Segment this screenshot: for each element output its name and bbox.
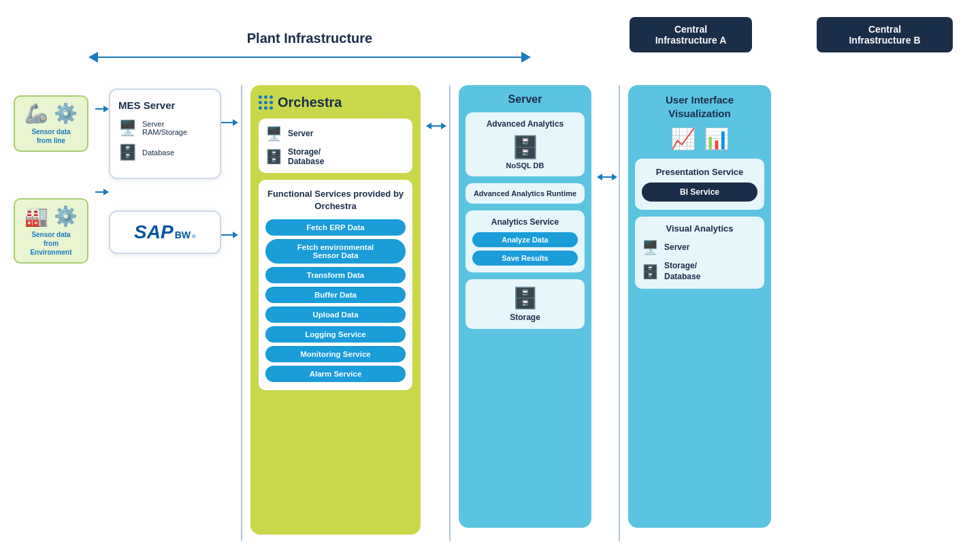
server-ram-icon: 🖥️ <box>118 119 137 137</box>
storage-label: Storage <box>472 313 578 322</box>
advanced-analytics-box: Advanced Analytics 🗄️ NoSQL DB <box>466 112 585 176</box>
btn-fetch-env[interactable]: Fetch environmentalSensor Data <box>265 239 406 264</box>
server-db-icon: 🗄️ <box>118 144 137 161</box>
diagram-container: Plant Infrastructure Central Infrastruct… <box>0 0 980 555</box>
analytics-service-box: Analytics Service Analyze Data Save Resu… <box>466 210 585 272</box>
storage-icon: 🗄️ <box>472 286 578 310</box>
analytics-runtime-label: Advanced Analytics Runtime <box>471 189 579 198</box>
va-server-icon: 🖥️ <box>642 239 659 255</box>
bar-chart-icon: 📊 <box>704 127 729 150</box>
sap-box: SAP BW ® <box>109 210 221 254</box>
storage-box: 🗄️ Storage <box>466 279 585 329</box>
visual-analytics-box: Visual Analytics 🖥️ Server 🗄️ Storage/Da… <box>635 217 764 289</box>
orch-storage-label: Storage/Database <box>288 147 324 166</box>
sensor-env-label: Sensor datafromEnvironment <box>20 230 82 257</box>
sensor-env-box: 🏭 ⚙️ Sensor datafromEnvironment <box>14 198 88 264</box>
sensor-column: 🦾 ⚙️ Sensor datafrom line 🏭 ⚙️ Sensor da… <box>14 85 95 264</box>
orchestra-header: Orchestra <box>259 95 412 110</box>
btn-upload[interactable]: Upload Data <box>265 306 406 323</box>
visual-analytics-title: Visual Analytics <box>642 223 757 234</box>
central-b-header: Central Infrastructure B <box>817 17 953 52</box>
mes-server-ram: 🖥️ ServerRAM/Storage <box>118 119 212 137</box>
functional-services-box: Functional Services provided by Orchestr… <box>259 180 412 390</box>
mes-server-db: 🗄️ Database <box>118 144 212 161</box>
btn-buffer[interactable]: Buffer Data <box>265 287 406 303</box>
mes-sap-column: MES Server 🖥️ ServerRAM/Storage 🗄️ Datab… <box>109 85 221 254</box>
btn-monitoring[interactable]: Monitoring Service <box>265 346 406 362</box>
presentation-service-title: Presentation Service <box>642 167 757 177</box>
btn-analyze[interactable]: Analyze Data <box>472 232 578 247</box>
analytics-service-title: Analytics Service <box>472 217 578 227</box>
btn-fetch-erp[interactable]: Fetch ERP Data <box>265 219 406 236</box>
bi-service-button[interactable]: BI Service <box>642 183 757 202</box>
central-b-title: User Interface Visualization <box>635 93 764 120</box>
btn-save-results[interactable]: Save Results <box>472 251 578 266</box>
nosql-db-icon: 🗄️ <box>512 134 539 160</box>
line-chart-icon: 📈 <box>670 127 696 150</box>
server-db-label: Database <box>142 148 174 157</box>
va-storage-icon: 🗄️ <box>642 264 659 280</box>
va-storage-label: Storage/Database <box>664 261 700 282</box>
sap-logo: SAP BW ® <box>134 221 196 243</box>
central-a-header: Central Infrastructure A <box>630 17 752 52</box>
va-server-label: Server <box>664 242 689 252</box>
orch-server-icon: 🖥️ <box>265 125 282 142</box>
central-a-server-title: Server <box>466 93 585 106</box>
orchestra-section: Orchestra 🖥️ Server 🗄️ Storage/Database … <box>250 85 421 535</box>
plant-infrastructure-label: Plant Infrastructure <box>247 31 372 46</box>
functional-services-title: Functional Services provided by Orchestr… <box>265 188 406 212</box>
btn-logging[interactable]: Logging Service <box>265 326 406 343</box>
header-row: Plant Infrastructure Central Infrastruct… <box>14 14 966 75</box>
orchestra-dot-icon <box>259 95 272 110</box>
orchestra-title: Orchestra <box>278 95 342 110</box>
orchestra-server-box: 🖥️ Server 🗄️ Storage/Database <box>259 118 412 173</box>
vis-icons: 📈 📊 <box>635 127 764 150</box>
btn-alarm[interactable]: Alarm Service <box>265 366 406 382</box>
analytics-runtime-box: Advanced Analytics Runtime <box>466 183 585 204</box>
advanced-analytics-title: Advanced Analytics <box>472 119 578 129</box>
btn-transform[interactable]: Transform Data <box>265 267 406 283</box>
sensor-line-label: Sensor datafrom line <box>20 127 82 145</box>
presentation-service-box: Presentation Service BI Service <box>635 159 764 210</box>
sensor-line-box: 🦾 ⚙️ Sensor datafrom line <box>14 95 88 152</box>
nosql-db-label: NoSQL DB <box>506 161 544 170</box>
mes-server-title: MES Server <box>118 99 212 111</box>
central-infra-a-section: Server Advanced Analytics 🗄️ NoSQL DB Ad… <box>459 85 591 528</box>
mes-server-box: MES Server 🖥️ ServerRAM/Storage 🗄️ Datab… <box>109 89 221 179</box>
central-infra-b-section: User Interface Visualization 📈 📊 Present… <box>628 85 771 528</box>
orch-storage-icon: 🗄️ <box>265 148 282 165</box>
orch-server-label: Server <box>288 129 313 138</box>
server-ram-label: ServerRAM/Storage <box>142 120 187 136</box>
